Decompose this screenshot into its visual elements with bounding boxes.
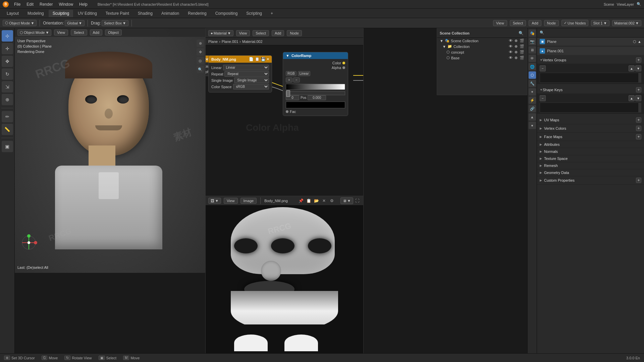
vg-scrollbar[interactable]	[638, 73, 641, 82]
tool-move[interactable]: ✥	[2, 56, 13, 67]
tool-select[interactable]: ⊹	[2, 30, 13, 42]
tab-uv-editing[interactable]: UV Editing	[74, 10, 101, 17]
coll-sel-icon[interactable]: ⊕	[515, 44, 518, 49]
mesh-name[interactable]: Plane.001	[547, 49, 564, 53]
ne-select-btn[interactable]: Select	[253, 30, 269, 36]
base-eye-icon[interactable]: 👁	[509, 56, 513, 60]
nm2-icon1[interactable]: 📄	[249, 57, 254, 61]
iv-close-btn[interactable]: ✕	[321, 197, 327, 204]
tab-modeling[interactable]: Modeling	[23, 10, 48, 17]
sk-add-btn[interactable]: +	[636, 87, 641, 93]
menu-file[interactable]: File	[11, 1, 23, 7]
iv-type-dropdown[interactable]: 🖼 ▼	[208, 198, 221, 204]
coll-eye-icon[interactable]: 👁	[509, 44, 513, 49]
base-cam-icon[interactable]: 🎬	[520, 56, 524, 60]
vg-down-btn[interactable]: ▼	[635, 65, 641, 71]
coll-cam-icon[interactable]: 🎬	[520, 44, 524, 49]
tab-add[interactable]: +	[267, 10, 277, 17]
vo-camera[interactable]: ◎	[197, 57, 204, 64]
vertex-colors-section[interactable]: ▶ Vertex Colors +	[537, 124, 644, 133]
cr-add-btn[interactable]: +	[286, 77, 292, 82]
vg-minus-btn[interactable]: −	[540, 65, 546, 71]
prop-scene-icon[interactable]: 🎭	[529, 29, 536, 37]
uv-add-btn[interactable]: +	[636, 117, 641, 123]
prop-object-icon[interactable]: ⬡	[529, 71, 536, 79]
ne-node-btn[interactable]: Node	[287, 30, 302, 36]
tool-edit[interactable]: ▣	[2, 141, 13, 152]
concept-cam-icon[interactable]: 🎬	[520, 50, 524, 54]
orientation-dropdown[interactable]: Global ▼	[65, 20, 85, 26]
vg-scroll-area[interactable]	[540, 73, 641, 83]
prop-physics-icon[interactable]: ⚡	[529, 97, 536, 104]
prop-particles-icon[interactable]: ✦	[529, 88, 536, 96]
use-nodes-toggle[interactable]: ✓ Use Nodes	[561, 20, 588, 26]
menu-render[interactable]: Render	[37, 1, 55, 7]
nm2-icon3[interactable]: 💾	[261, 57, 266, 61]
sc-cam-icon[interactable]: 🎬	[520, 39, 524, 43]
plane-name[interactable]: Plane	[547, 40, 556, 44]
tab-texture-paint[interactable]: Texture Paint	[102, 10, 133, 17]
menu-help[interactable]: Help	[76, 1, 90, 7]
add-btn-toolbar[interactable]: Add	[529, 20, 541, 26]
menu-edit[interactable]: Edit	[24, 1, 36, 7]
outliner-search-btn[interactable]: 🔍	[518, 30, 524, 37]
prop-render-icon[interactable]: 📷	[529, 38, 536, 45]
tool-annotate[interactable]: ✏	[2, 111, 13, 122]
outliner-scene-collection[interactable]: ▼ 🎭 Scene Collection 👁 ⊕ 🎬	[437, 38, 527, 44]
tab-compositing[interactable]: Compositing	[211, 10, 242, 17]
object-mode-dropdown[interactable]: ⬡ Object Mode ▼	[3, 20, 37, 26]
iv-view-btn[interactable]: View	[224, 198, 238, 204]
tab-layout[interactable]: Layout	[3, 10, 23, 17]
prop-constraints-icon[interactable]: 🔗	[529, 105, 536, 112]
outliner-collection[interactable]: ▼ 📁 Collection 👁 ⊕ 🎬	[437, 44, 527, 49]
sk-minus-btn[interactable]: −	[540, 95, 546, 101]
nm2-close-btn[interactable]: ×	[267, 57, 269, 61]
select-btn[interactable]: Select	[510, 20, 526, 26]
viewport-3d[interactable]: ⬡ Object Mode ▼ View Select Add Object U…	[15, 28, 205, 273]
tab-animation[interactable]: Animation	[157, 10, 183, 17]
sc-sel-icon[interactable]: ⊕	[515, 39, 518, 43]
cr-rgb-dropdown[interactable]: RGB	[286, 71, 297, 76]
vp-view-btn[interactable]: View	[54, 29, 68, 36]
iv-copy-btn[interactable]: 📋	[305, 197, 312, 204]
nm2-space-dropdown[interactable]: sRGB	[233, 84, 269, 89]
attributes-section[interactable]: ▶ Attributes	[537, 141, 644, 148]
vc-add-btn[interactable]: +	[636, 126, 641, 131]
iv-folder-btn[interactable]: 📂	[313, 197, 320, 204]
sk-scroll-area[interactable]	[540, 103, 641, 113]
vg-up-btn[interactable]: ▲	[629, 65, 635, 71]
nm2-linear-dropdown[interactable]: Linear	[223, 65, 269, 70]
cr-gradient-display[interactable]	[286, 84, 345, 90]
sk-list[interactable]	[546, 95, 628, 101]
geometry-data-section[interactable]: ▶ Geometry Data	[537, 169, 644, 176]
node-colorramp[interactable]: ▼ ColorRamp Color Alpha RGB Linear	[283, 52, 348, 116]
vo-search[interactable]: 🔍	[197, 66, 204, 73]
nm2-icon2[interactable]: 📋	[255, 57, 260, 61]
sk-up-btn[interactable]: ▲	[629, 95, 635, 101]
prop-view-icon[interactable]: 👁	[529, 55, 536, 62]
cr-collapse[interactable]: ▼	[286, 54, 289, 58]
outliner-base[interactable]: ⬡ Base 👁 ⊕ 🎬	[437, 55, 527, 61]
texture-space-section[interactable]: ▶ Texture Space	[537, 155, 644, 162]
cp-add-btn[interactable]: +	[636, 178, 641, 183]
vg-add-btn[interactable]: +	[636, 57, 641, 63]
ne-view-btn[interactable]: View	[236, 30, 250, 36]
node-editor-content[interactable]: Color Alpha Body_NM.png Color Alpha	[206, 45, 363, 203]
fm-add-btn[interactable]: +	[636, 134, 641, 139]
ne-add-btn[interactable]: Add	[272, 30, 284, 36]
drag-dropdown[interactable]: Select Box ▼	[102, 20, 128, 26]
prop-modifier-icon[interactable]: 🔧	[529, 80, 536, 87]
normals-section[interactable]: ▶ Normals	[537, 148, 644, 155]
vp-object-btn[interactable]: Object	[105, 29, 122, 36]
rp-filter-icon[interactable]: 🔍	[540, 31, 544, 35]
prop-data-icon[interactable]: ▲	[529, 113, 536, 121]
prop-output-icon[interactable]: 🖥	[529, 46, 536, 54]
vg-section-header[interactable]: ▼ Vertex Groups +	[537, 56, 644, 64]
slot-dropdown[interactable]: Slot 1 ▼	[591, 20, 609, 26]
custom-properties-section[interactable]: ▶ Custom Properties +	[537, 176, 644, 185]
iv-fullscreen-btn[interactable]: ⛶	[354, 197, 361, 204]
nm2-single-dropdown[interactable]: Single Image	[234, 77, 269, 83]
iv-display-dropdown[interactable]: 🖥 ▼	[340, 197, 353, 204]
face-maps-section[interactable]: ▶ Face Maps +	[537, 133, 644, 141]
sk-section-header[interactable]: ▼ Shape Keys +	[537, 86, 644, 94]
